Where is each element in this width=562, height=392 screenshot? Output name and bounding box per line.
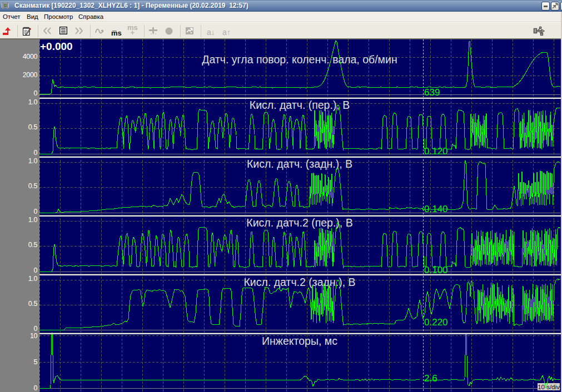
- svg-text:Кисл. датч. (пер.), В: Кисл. датч. (пер.), В: [250, 99, 350, 111]
- svg-text:Инжекторы, мс: Инжекторы, мс: [262, 335, 337, 347]
- svg-text:10 s/div: 10 s/div: [538, 384, 560, 390]
- svg-text:Кисл. датч.2 (пер.), В: Кисл. датч.2 (пер.), В: [246, 217, 352, 229]
- svg-text:Кисл. датч. (задн.), В: Кисл. датч. (задн.), В: [247, 158, 352, 170]
- svg-text:Датч. угла повор. коленч. вала: Датч. угла повор. коленч. вала, об/мин: [202, 53, 397, 66]
- svg-text:Кисл. датч.2 (задн.), В: Кисл. датч.2 (задн.), В: [244, 276, 356, 288]
